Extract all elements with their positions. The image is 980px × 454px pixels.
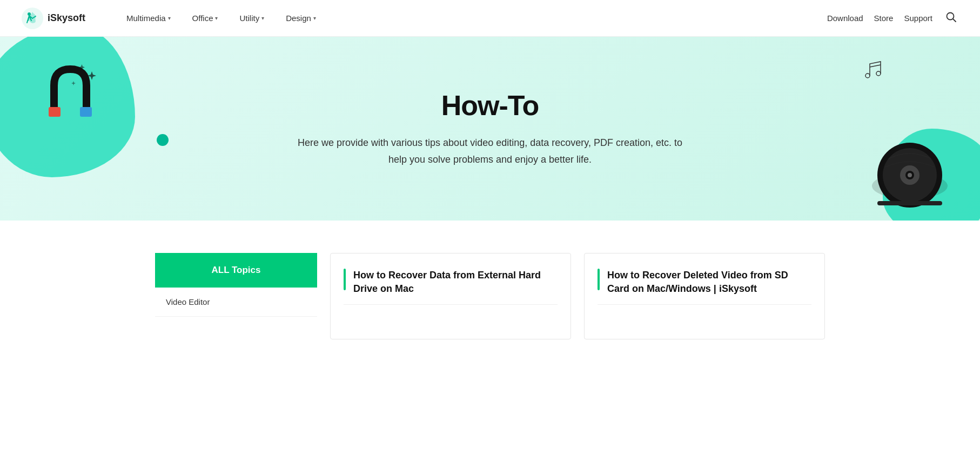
- search-icon: [945, 11, 956, 22]
- nav-right: Download Store Support: [827, 9, 958, 27]
- article-card-1[interactable]: How to Recover Data from External Hard D…: [330, 253, 571, 339]
- utility-chevron-icon: ▾: [261, 15, 264, 21]
- nav-support[interactable]: Support: [904, 14, 932, 23]
- music-note-icon: [863, 58, 883, 84]
- nav-utility[interactable]: Utility ▾: [231, 9, 273, 27]
- nav-links: Multimedia ▾ Office ▾ Utility ▾ Design ▾: [118, 9, 827, 27]
- svg-rect-12: [877, 201, 942, 205]
- navbar: iSkysoft Multimedia ▾ Office ▾ Utility ▾…: [0, 0, 980, 37]
- content-layout: ALL Topics Video Editor How to Recover D…: [155, 253, 825, 339]
- nav-multimedia[interactable]: Multimedia ▾: [118, 9, 179, 27]
- all-topics-button[interactable]: ALL Topics: [155, 253, 317, 288]
- disc-decoration: [867, 121, 953, 210]
- svg-rect-4: [49, 107, 61, 117]
- sidebar-item-video-editor[interactable]: Video Editor: [155, 288, 317, 317]
- card-divider-1: [344, 304, 558, 305]
- card-header-2: How to Recover Deleted Video from SD Car…: [598, 269, 811, 296]
- small-circle-decoration: [157, 134, 169, 146]
- card-divider-2: [598, 304, 811, 305]
- card-title-2: How to Recover Deleted Video from SD Car…: [607, 269, 811, 296]
- hero-content: How-To Here we provide with various tips…: [296, 89, 684, 168]
- card-accent-1: [344, 269, 346, 290]
- search-button[interactable]: [943, 9, 958, 27]
- brand-name: iSkysoft: [48, 12, 85, 24]
- card-header-1: How to Recover Data from External Hard D…: [344, 269, 558, 296]
- nav-design[interactable]: Design ▾: [277, 9, 325, 27]
- svg-rect-5: [80, 107, 92, 117]
- office-chevron-icon: ▾: [215, 15, 218, 21]
- card-title-1: How to Recover Data from External Hard D…: [353, 269, 558, 296]
- hero-title: How-To: [296, 89, 684, 122]
- hero-banner: How-To Here we provide with various tips…: [0, 37, 980, 221]
- nav-store[interactable]: Store: [874, 14, 894, 23]
- svg-point-11: [908, 173, 912, 177]
- logo-icon: [22, 8, 43, 29]
- magnet-decoration: [43, 64, 97, 125]
- multimedia-chevron-icon: ▾: [168, 15, 171, 21]
- article-card-2[interactable]: How to Recover Deleted Video from SD Car…: [584, 253, 825, 339]
- logo-link[interactable]: iSkysoft: [22, 8, 85, 29]
- nav-office[interactable]: Office ▾: [184, 9, 227, 27]
- hero-subtitle: Here we provide with various tips about …: [296, 135, 684, 168]
- svg-line-3: [953, 19, 956, 22]
- nav-download[interactable]: Download: [827, 14, 863, 23]
- design-chevron-icon: ▾: [313, 15, 316, 21]
- content-section: ALL Topics Video Editor How to Recover D…: [112, 221, 868, 361]
- sidebar: ALL Topics Video Editor: [155, 253, 317, 317]
- card-accent-2: [598, 269, 600, 290]
